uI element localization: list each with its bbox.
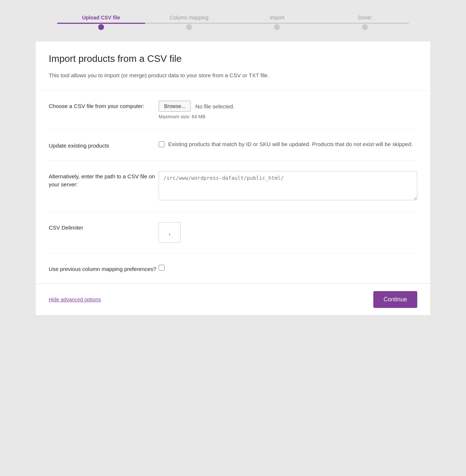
csv-file-control: Browse... No file selected. Maximum size… (159, 101, 417, 119)
csv-file-row: Choose a CSV file from your computer: Br… (49, 90, 417, 130)
step-4-dot (362, 24, 368, 30)
file-input-row: Browse... No file selected. (159, 101, 417, 112)
server-path-control (159, 171, 417, 201)
page-title: Import products from a CSV file (49, 53, 417, 64)
step-1-dot (98, 24, 104, 30)
choose-csv-label: Choose a CSV file from your computer: (49, 101, 159, 111)
server-path-input[interactable] (159, 171, 417, 200)
update-existing-description[interactable]: Existing products that match by ID or SK… (168, 140, 413, 149)
card-body: Choose a CSV file from your computer: Br… (36, 90, 430, 283)
max-size-text: Maximum size: 64 MB (159, 114, 417, 119)
card-header: Import products from a CSV file This too… (36, 41, 430, 90)
step-4-label: Done! (358, 15, 371, 21)
server-path-row: Alternatively, enter the path to a CSV f… (49, 161, 417, 212)
csv-delimiter-row: CSV Delimiter (49, 212, 417, 253)
step-4: Done! (321, 15, 409, 30)
csv-delimiter-label: CSV Delimiter (49, 222, 159, 232)
step-2: Column mapping (145, 15, 233, 30)
update-existing-control: Existing products that match by ID or SK… (159, 140, 417, 149)
step-2-label: Column mapping (170, 15, 208, 21)
page-container: Upload CSV file Column mapping Import Do… (35, 7, 431, 316)
step-1: Upload CSV file (57, 15, 145, 30)
update-existing-label: Update existing products (49, 140, 159, 150)
column-mapping-control (159, 264, 417, 271)
step-1-label: Upload CSV file (82, 15, 120, 21)
main-card: Import products from a CSV file This too… (35, 41, 431, 316)
column-mapping-checkbox-row (159, 264, 417, 271)
csv-delimiter-control (159, 222, 417, 243)
update-existing-checkbox[interactable] (159, 141, 164, 147)
step-3-label: Import (270, 15, 284, 21)
step-3: Import (233, 15, 321, 30)
step-2-dot (186, 24, 192, 30)
page-description: This tool allows you to import (or merge… (49, 71, 305, 80)
update-existing-row: Update existing products Existing produc… (49, 130, 417, 161)
browse-button[interactable]: Browse... (159, 101, 191, 112)
column-mapping-checkbox[interactable] (159, 265, 164, 271)
update-existing-checkbox-row: Existing products that match by ID or SK… (159, 140, 417, 149)
column-mapping-label: Use previous column mapping preferences? (49, 264, 159, 274)
column-mapping-row: Use previous column mapping preferences? (49, 253, 417, 284)
hide-advanced-button[interactable]: Hide advanced options (49, 297, 101, 302)
step-3-dot (274, 24, 280, 30)
stepper: Upload CSV file Column mapping Import Do… (35, 7, 431, 41)
no-file-text: No file selected. (195, 103, 234, 109)
card-footer: Hide advanced options Continue (36, 283, 430, 315)
csv-delimiter-input[interactable] (159, 222, 181, 243)
continue-button[interactable]: Continue (373, 291, 417, 308)
server-path-label: Alternatively, enter the path to a CSV f… (49, 171, 159, 189)
